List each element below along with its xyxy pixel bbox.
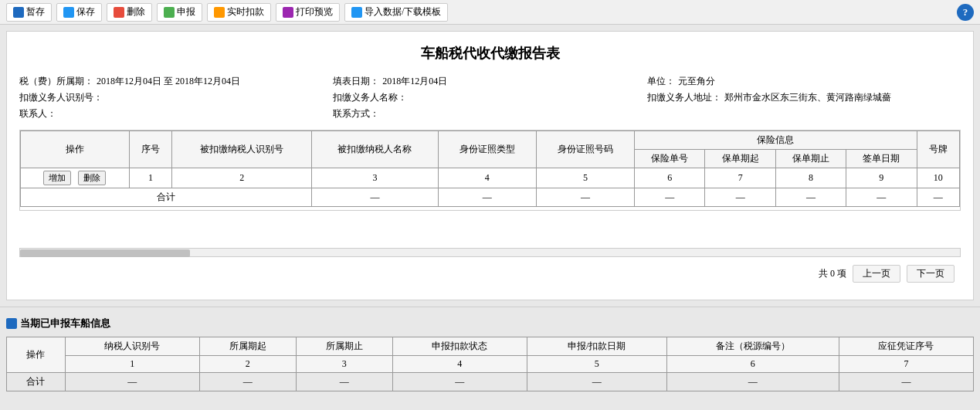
save-button[interactable]: 保存 — [56, 3, 102, 22]
withhold-name-cell: 扣缴义务人名称： — [333, 91, 646, 104]
help-button[interactable]: ? — [957, 4, 974, 21]
tax-period-value: 2018年12月04日 至 2018年12月04日 — [97, 75, 240, 88]
section2-title: 当期已申报车船信息 — [20, 317, 110, 330]
summary-col6: — — [536, 188, 634, 207]
table-cell-col6: 5 — [536, 168, 634, 188]
summary-col5: — — [438, 188, 536, 207]
s2-summary-col8: — — [839, 373, 973, 391]
table-cell-col11: 10 — [917, 168, 959, 188]
main-table: 操作 序号 被扣缴纳税人识别号 被扣缴纳税人名称 身份证照类型 身份证照号码 保… — [20, 130, 960, 207]
s2-th-date: 申报/扣款日期 — [527, 337, 666, 356]
s2-summary-col4: — — [296, 373, 392, 391]
fill-date-cell: 填表日期： 2018年12月04日 — [333, 75, 646, 88]
s2-th-taxpayer-id: 纳税人识别号 — [65, 337, 199, 356]
pay-icon — [214, 7, 225, 18]
meta-row-3: 联系人： 联系方式： — [19, 107, 961, 120]
next-page-button[interactable]: 下一页 — [907, 265, 955, 283]
contact-method-label: 联系方式： — [333, 107, 379, 120]
th-seq: 序号 — [129, 131, 171, 168]
section2-summary-row: 合计 — — — — — — — — [7, 373, 974, 391]
section2-content: 操作 纳税人识别号 所属期起 所属期止 申报扣款状态 申报/扣款日期 备注（税源… — [6, 337, 974, 391]
table-cell-col4: 3 — [312, 168, 438, 188]
s2-summary-col7: — — [666, 373, 839, 391]
withhold-id-label: 扣缴义务人识别号： — [19, 91, 103, 104]
realtime-pay-button[interactable]: 实时扣款 — [207, 3, 271, 22]
section-separator — [0, 307, 980, 307]
table-cell-col5: 4 — [438, 168, 536, 188]
section2-table: 操作 纳税人识别号 所属期起 所属期止 申报扣款状态 申报/扣款日期 备注（税源… — [6, 337, 974, 391]
empty-cell — [647, 107, 961, 120]
main-content: 车船税代收代缴报告表 税（费）所属期： 2018年12月04日 至 2018年1… — [6, 31, 974, 300]
add-row-button[interactable]: 增加 — [43, 171, 71, 185]
unit-cell: 单位： 元至角分 — [647, 75, 961, 88]
table-cell-seq: 1 — [129, 168, 171, 188]
th-ins-end: 保单期止 — [775, 150, 846, 168]
summary-col7: — — [635, 188, 705, 207]
withhold-id-cell: 扣缴义务人识别号： — [19, 91, 333, 104]
s2-th-num-8: 7 — [839, 356, 973, 373]
print-icon — [283, 7, 293, 18]
meta-row-1: 税（费）所属期： 2018年12月04日 至 2018年12月04日 填表日期：… — [19, 75, 961, 88]
report-title: 车船税代收代缴报告表 — [19, 44, 961, 63]
tax-period-label: 税（费）所属期： — [19, 75, 93, 88]
contact-cell: 联系人： — [19, 107, 333, 120]
section2-header: 当期已申报车船信息 — [6, 317, 980, 330]
s2-th-period-start: 所属期起 — [199, 337, 296, 356]
toolbar: 暂存 保存 删除 申报 实时扣款 打印预览 导入数据/下载模板 ? — [0, 0, 980, 25]
delete-row-button[interactable]: 删除 — [78, 171, 106, 185]
horizontal-scrollbar[interactable] — [19, 248, 961, 257]
temp-save-button[interactable]: 暂存 — [6, 3, 52, 22]
s2-summary-col3: — — [199, 373, 296, 391]
s2-th-num-4: 3 — [296, 356, 392, 373]
withhold-addr-cell: 扣缴义务人地址： 郑州市金水区东三街东、黄河路南绿城薔 — [647, 91, 961, 104]
table-row: 增加 删除 1 2 3 4 5 6 7 8 9 10 — [21, 168, 960, 188]
table-header-row-1: 操作 序号 被扣缴纳税人识别号 被扣缴纳税人名称 身份证照类型 身份证照号码 保… — [21, 131, 960, 150]
import-icon — [351, 7, 362, 18]
th-plate: 号牌 — [917, 131, 959, 168]
s2-summary-col6: — — [527, 373, 666, 391]
th-insurance-group: 保险信息 — [635, 131, 917, 150]
s2-summary-col2: — — [65, 373, 199, 391]
pagination: 共 0 项 上一页 下一页 — [19, 260, 961, 287]
s2-th-num-7: 6 — [666, 356, 839, 373]
th-ins-start: 保单期起 — [705, 150, 775, 168]
delete-button[interactable]: 删除 — [107, 3, 152, 22]
th-id-no: 身份证照号码 — [536, 131, 634, 168]
summary-row: 合计 — — — — — — — — — [21, 188, 960, 207]
s2-th-op: 操作 — [7, 337, 66, 373]
withhold-addr-value: 郑州市金水区东三街东、黄河路南绿城薔 — [724, 91, 891, 104]
th-sign-date: 签单日期 — [846, 150, 917, 168]
summary-col4: — — [312, 188, 438, 207]
temp-save-icon — [13, 7, 24, 18]
submit-button[interactable]: 申报 — [157, 3, 202, 22]
pagination-total: 共 0 项 — [819, 267, 846, 280]
save-icon — [63, 7, 74, 18]
s2-summary-label: 合计 — [7, 373, 66, 391]
th-op: 操作 — [21, 131, 130, 168]
withhold-addr-label: 扣缴义务人地址： — [647, 91, 721, 104]
unit-value: 元至角分 — [678, 75, 715, 88]
prev-page-button[interactable]: 上一页 — [853, 265, 900, 283]
summary-col9: — — [775, 188, 846, 207]
th-id-type: 身份证照类型 — [438, 131, 536, 168]
section2-icon — [6, 318, 17, 329]
table-cell-op: 增加 删除 — [21, 168, 130, 188]
print-preview-button[interactable]: 打印预览 — [276, 3, 340, 22]
submit-icon — [164, 7, 175, 18]
fill-date-label: 填表日期： — [333, 75, 379, 88]
summary-label: 合计 — [21, 188, 312, 207]
s2-th-num-3: 2 — [199, 356, 296, 373]
withhold-name-label: 扣缴义务人名称： — [333, 91, 407, 104]
th-taxpayer-name: 被扣缴纳税人名称 — [312, 131, 438, 168]
table-cell-col10: 9 — [846, 168, 917, 188]
summary-col8: — — [705, 188, 775, 207]
import-data-button[interactable]: 导入数据/下载模板 — [344, 3, 448, 22]
meta-section: 税（费）所属期： 2018年12月04日 至 2018年12月04日 填表日期：… — [19, 75, 961, 120]
s2-th-num-5: 4 — [392, 356, 527, 373]
s2-th-period-end: 所属期止 — [296, 337, 392, 356]
empty-space — [19, 211, 961, 248]
table-cell-col7: 6 — [635, 168, 705, 188]
table-cell-col8: 7 — [705, 168, 775, 188]
tax-period-cell: 税（费）所属期： 2018年12月04日 至 2018年12月04日 — [19, 75, 333, 88]
main-table-scroll: 操作 序号 被扣缴纳税人识别号 被扣缴纳税人名称 身份证照类型 身份证照号码 保… — [19, 130, 961, 211]
